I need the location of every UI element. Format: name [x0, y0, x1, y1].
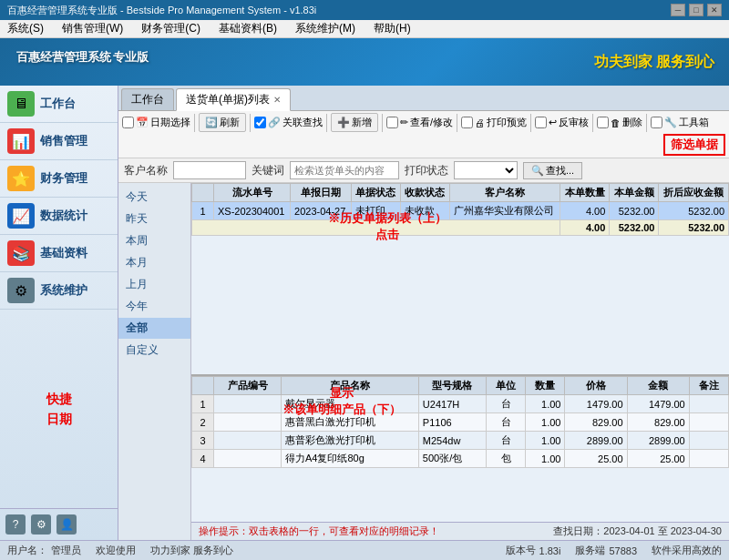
view-edit-icon: ✏	[400, 117, 408, 128]
delete-checkbox[interactable]	[597, 117, 609, 128]
date-last-month[interactable]: 上月	[118, 274, 190, 295]
tab-delivery-list[interactable]: 送货单(单据)列表 ✕	[176, 88, 291, 111]
unapprove-check[interactable]: ↩ 反审核	[535, 116, 589, 129]
hint-text: 操作提示：双击表格的一行，可查看对应的明细记录！	[199, 524, 439, 538]
menu-basic[interactable]: 基础资料(B)	[215, 21, 281, 36]
customer-input[interactable]	[173, 161, 246, 179]
keyword-input[interactable]	[290, 161, 399, 179]
print-checkbox[interactable]	[461, 117, 473, 128]
lower-col-qty: 数量	[526, 377, 565, 395]
search-button[interactable]: 🔍 查找...	[523, 162, 582, 179]
toolbox-check[interactable]: 🔧 工具箱	[651, 116, 709, 129]
cell-code-1	[214, 395, 282, 413]
sidebar-item-basic[interactable]: 📚 基础资料	[0, 235, 118, 272]
sidebar-item-workbench[interactable]: 🖥 工作台	[0, 86, 118, 123]
link-search-check[interactable]: 🔗 关联查找	[254, 116, 323, 129]
col-amount: 本单金额	[610, 184, 659, 202]
cell-price-4: 25.00	[565, 450, 627, 468]
print-check[interactable]: 🖨 打印预览	[461, 116, 527, 129]
settings-icon[interactable]: ⚙	[31, 514, 51, 535]
date-select-checkbox[interactable]	[122, 117, 134, 128]
date-range-text: 查找日期：2023-04-01 至 2023-04-30	[553, 524, 722, 538]
maximize-button[interactable]: □	[689, 4, 703, 16]
date-today[interactable]: 今天	[118, 187, 190, 208]
filter-annotation: 筛选单据	[663, 134, 725, 156]
print-status-select[interactable]	[454, 161, 518, 179]
service-status: 服务端 57883	[575, 544, 637, 557]
sidebar-label-sales: 销售管理	[40, 133, 87, 149]
cell-note-2	[689, 413, 728, 432]
table-row[interactable]: 1 XS-202304001 2023-04-27 未打印 未收款 广州嘉华实业…	[192, 202, 729, 220]
lower-col-spec: 型号规格	[418, 377, 486, 395]
upper-table[interactable]: ※历史单据列表（上）点击 流水单号 单报日期 单据状态 收款状态 客户名称	[191, 183, 729, 376]
menu-sales[interactable]: 销售管理(W)	[58, 21, 127, 36]
help-icon[interactable]: ?	[5, 514, 26, 535]
date-select-check[interactable]: 📅 日期选择	[122, 116, 190, 129]
software-label: 软件采用高效的	[652, 544, 722, 557]
cell-name-3: 惠普彩色激光打印机	[282, 432, 419, 450]
table-row[interactable]: 4 得力A4复印纸80g 500张/包 包 1.00 25.00 25.00	[192, 450, 729, 468]
link-search-checkbox[interactable]	[254, 117, 266, 128]
cell-qty-2: 1.00	[526, 413, 565, 432]
view-edit-checkbox[interactable]	[386, 117, 398, 128]
minimize-button[interactable]: ─	[671, 4, 685, 16]
view-edit-check[interactable]: ✏ 查看/修改	[386, 116, 453, 129]
quick-date-annotation: 快捷日期	[0, 310, 118, 508]
date-sidebar: 今天 昨天 本周 本月 上月 今年 全部 自定义	[118, 183, 191, 540]
col-num	[192, 184, 214, 202]
delete-check[interactable]: 🗑 删除	[597, 116, 642, 129]
close-button[interactable]: ✕	[707, 4, 722, 16]
date-this-year[interactable]: 今年	[118, 296, 190, 317]
cell-price-2: 829.00	[565, 413, 627, 432]
divider-2	[250, 114, 251, 132]
toolbox-checkbox[interactable]	[651, 117, 662, 128]
service-value: 57883	[609, 545, 637, 556]
cell-qty: 4.00	[560, 202, 610, 220]
software-status: 软件采用高效的	[652, 544, 722, 557]
basic-icon: 📚	[7, 240, 35, 266]
tab-workbench[interactable]: 工作台	[121, 88, 174, 110]
divider-3	[326, 114, 327, 132]
add-button[interactable]: ➕ 新增	[331, 113, 378, 132]
date-custom[interactable]: 自定义	[118, 340, 190, 361]
main-layout: 🖥 工作台 📊 销售管理 ⭐ 财务管理 📈 数据统计 📚 基础资料 ⚙ 系统维护…	[0, 86, 729, 540]
date-this-week[interactable]: 本周	[118, 230, 190, 251]
table-row[interactable]: 2 惠普黑白激光打印机 P1106 台 1.00 829.00 829.00	[192, 413, 729, 432]
menu-system[interactable]: 系统(S)	[4, 21, 47, 36]
unapprove-checkbox[interactable]	[535, 117, 547, 128]
user-icon[interactable]: 👤	[56, 514, 77, 535]
sidebar-item-sales[interactable]: 📊 销售管理	[0, 123, 118, 160]
cell-amount-2: 829.00	[627, 413, 689, 432]
filter-row: 客户名称 关键词 打印状态 🔍 查找...	[118, 158, 729, 183]
cell-code-4	[214, 450, 282, 468]
table-row[interactable]: 3 惠普彩色激光打印机 M254dw 台 1.00 2899.00 2899.0…	[192, 432, 729, 450]
date-this-month[interactable]: 本月	[118, 252, 190, 273]
lower-table[interactable]: 显示※该单明细产品（下） 产品编号 产品名称 型号规格 单位 数量 价格	[191, 376, 729, 522]
add-icon: ➕	[337, 117, 350, 128]
menu-maintenance[interactable]: 系统维护(M)	[292, 21, 359, 36]
sidebar-label-stats: 数据统计	[40, 208, 87, 224]
unapprove-icon: ↩	[549, 117, 557, 128]
menu-bar: 系统(S) 销售管理(W) 财务管理(C) 基础资料(B) 系统维护(M) 帮助…	[0, 20, 729, 38]
welcome-status: 欢迎使用	[96, 544, 136, 557]
menu-help[interactable]: 帮助(H)	[370, 21, 415, 36]
col-order-id: 流水单号	[214, 184, 291, 202]
delete-icon: 🗑	[611, 117, 621, 128]
cell-note-1	[689, 395, 728, 413]
window-controls: ─ □ ✕	[671, 4, 722, 16]
tab-close-icon[interactable]: ✕	[273, 95, 281, 105]
date-yesterday[interactable]: 昨天	[118, 209, 190, 229]
lower-col-note: 备注	[689, 377, 728, 395]
menu-finance[interactable]: 财务管理(C)	[138, 21, 204, 36]
user-value: 管理员	[51, 544, 81, 557]
date-all[interactable]: 全部	[118, 318, 190, 339]
col-net-amount: 折后应收金额	[659, 184, 729, 202]
total-qty: 4.00	[560, 220, 610, 236]
table-row[interactable]: 1 戴尔显示器 U2417H 台 1.00 1479.00 1479.00	[192, 395, 729, 413]
sidebar-item-stats[interactable]: 📈 数据统计	[0, 198, 118, 235]
sidebar-item-finance[interactable]: ⭐ 财务管理	[0, 160, 118, 198]
refresh-button[interactable]: 🔄 刷新	[199, 113, 246, 132]
cell-customer: 广州嘉华实业有限公司	[449, 202, 560, 220]
status-bar: 用户名： 管理员 欢迎使用 功力到家 服务到心 版本号 1.83i 服务端 57…	[0, 540, 729, 560]
sidebar-item-system[interactable]: ⚙ 系统维护	[0, 272, 118, 310]
